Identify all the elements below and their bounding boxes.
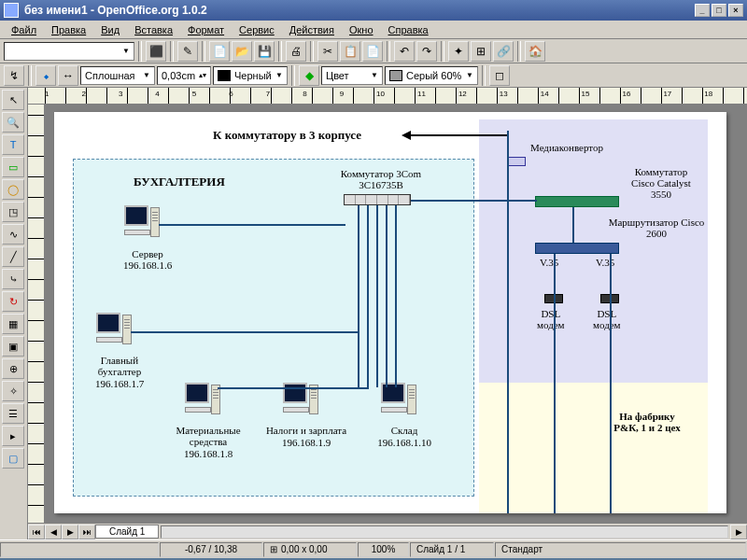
last-slide-icon[interactable]: ⏭ bbox=[78, 525, 95, 539]
slide-show-icon[interactable]: ▢ bbox=[2, 448, 24, 469]
area-icon[interactable]: ◆ bbox=[299, 65, 319, 86]
horizontal-scrollbar[interactable] bbox=[161, 525, 728, 539]
menu-format[interactable]: Формат bbox=[180, 22, 232, 37]
ellipse-tool-icon[interactable]: ◯ bbox=[2, 179, 24, 200]
status-empty bbox=[0, 542, 159, 557]
arrange-tool-icon[interactable]: ▣ bbox=[2, 336, 24, 357]
window-title: без имени1 - OpenOffice.org 1.0.2 bbox=[24, 4, 207, 17]
status-slide: Слайд 1 / 1 bbox=[410, 542, 494, 557]
scroll-right-icon[interactable]: ▶ bbox=[730, 525, 747, 539]
horizontal-ruler[interactable]: 123456789101112131415161718 bbox=[28, 88, 747, 105]
pc-server-name: Сервер bbox=[115, 248, 180, 259]
redo-icon[interactable]: ↷ bbox=[416, 41, 437, 62]
undo-icon[interactable]: ↶ bbox=[394, 41, 415, 62]
menu-window[interactable]: Окно bbox=[342, 22, 381, 37]
cisco-2600-device bbox=[535, 243, 619, 254]
navigator-icon[interactable]: ✦ bbox=[448, 41, 469, 62]
text-tool-icon[interactable]: T bbox=[2, 134, 24, 155]
close-button[interactable]: × bbox=[728, 4, 743, 17]
interaction-icon[interactable]: ☰ bbox=[2, 403, 24, 424]
stop-icon[interactable]: ⬛ bbox=[146, 41, 166, 62]
maximize-button[interactable]: □ bbox=[712, 4, 726, 17]
app-icon bbox=[4, 3, 19, 18]
rect-tool-icon[interactable]: ▭ bbox=[2, 157, 24, 177]
menu-actions[interactable]: Действия bbox=[282, 22, 342, 37]
pc-chief-name: Главный бухгалтер bbox=[82, 355, 157, 377]
top-arrow-label: К коммутатору в 3 корпусе bbox=[213, 129, 361, 142]
cisco-router-label: Маршрутизатор Cisco 2600 bbox=[596, 217, 717, 239]
status-coords: -0,67 / 10,38 bbox=[160, 542, 262, 557]
cut-icon[interactable]: ✂ bbox=[317, 41, 338, 62]
gallery-icon[interactable]: 🏠 bbox=[525, 41, 545, 62]
arrow-icon bbox=[404, 134, 507, 136]
menu-help[interactable]: Справка bbox=[381, 22, 436, 37]
v35-1-label: V.35 bbox=[540, 257, 558, 268]
edit-points-icon[interactable]: ↯ bbox=[4, 65, 24, 86]
copy-icon[interactable]: 📋 bbox=[340, 41, 360, 62]
menu-insert[interactable]: Вставка bbox=[127, 22, 180, 37]
page-area[interactable]: К коммутатору в 3 корпусе Медиаконвертор… bbox=[45, 105, 747, 523]
dsl-1-label: DSL модем bbox=[537, 308, 565, 330]
new-icon[interactable]: 📄 bbox=[209, 41, 230, 62]
hyperlink-icon[interactable]: 🔗 bbox=[493, 41, 514, 62]
title-bar: без имени1 - OpenOffice.org 1.0.2 _ □ × bbox=[0, 0, 747, 21]
line-icon[interactable]: ⬥ bbox=[35, 65, 56, 86]
zoom-tool-icon[interactable]: 🔍 bbox=[2, 112, 24, 133]
menu-service[interactable]: Сервис bbox=[232, 22, 282, 37]
line-width-input[interactable]: 0,03cm▴▾ bbox=[157, 66, 211, 85]
effects-tool-icon[interactable]: ✧ bbox=[2, 381, 24, 401]
stylist-icon[interactable]: ⊞ bbox=[471, 41, 491, 62]
slide-tab[interactable]: Слайд 1 bbox=[95, 525, 159, 539]
open-icon[interactable]: 📂 bbox=[232, 41, 252, 62]
fill-type-select[interactable]: Цвет▼ bbox=[321, 66, 383, 85]
pc-chief-accountant bbox=[96, 313, 132, 352]
arrow-style-icon[interactable]: ↔ bbox=[58, 65, 78, 86]
status-size: ⊞ 0,00 x 0,00 bbox=[263, 542, 357, 557]
minimize-button[interactable]: _ bbox=[695, 4, 710, 17]
cisco-3550-device bbox=[535, 196, 619, 207]
accounting-title: БУХГАЛТЕРИЯ bbox=[134, 175, 225, 189]
animation-icon[interactable]: ▸ bbox=[2, 426, 24, 446]
shadow-icon[interactable]: ◻ bbox=[489, 65, 510, 86]
line-style-select[interactable]: Сплошная▼ bbox=[80, 66, 155, 85]
fill-color-select[interactable]: Серый 60%▼ bbox=[385, 66, 478, 85]
standard-toolbar: ▼ ⬛ ✎ 📄 📂 💾 🖨 ✂ 📋 📄 ↶ ↷ ✦ ⊞ 🔗 🏠 bbox=[0, 39, 747, 63]
status-mode: Стандарт bbox=[495, 542, 746, 557]
pc-warehouse-name: Склад bbox=[376, 425, 432, 436]
print-icon[interactable]: 🖨 bbox=[286, 41, 306, 62]
status-zoom[interactable]: 100% bbox=[358, 542, 409, 557]
cisco-switch-label: Коммутатор Cisco Catalyst 3550 bbox=[624, 166, 698, 200]
menu-file[interactable]: Файл bbox=[4, 22, 44, 37]
canvas: 123456789101112131415161718 К коммутатор… bbox=[28, 88, 747, 539]
pc-materials bbox=[185, 383, 220, 422]
pc-chief-ip: 196.168.1.7 bbox=[82, 378, 157, 389]
connector-tool-icon[interactable]: ⤷ bbox=[2, 269, 24, 289]
next-slide-icon[interactable]: ▶ bbox=[62, 525, 78, 539]
select-tool-icon[interactable]: ↖ bbox=[2, 90, 24, 110]
line-tool-icon[interactable]: ╱ bbox=[2, 246, 24, 267]
url-combo[interactable]: ▼ bbox=[4, 42, 134, 61]
first-slide-icon[interactable]: ⏮ bbox=[28, 525, 45, 539]
insert-tool-icon[interactable]: ⊕ bbox=[2, 358, 24, 379]
prev-slide-icon[interactable]: ◀ bbox=[45, 525, 62, 539]
curve-tool-icon[interactable]: ∿ bbox=[2, 224, 24, 245]
rotate-tool-icon[interactable]: ↻ bbox=[2, 291, 24, 312]
edit-icon[interactable]: ✎ bbox=[177, 41, 198, 62]
factory-label: На фабрику Р&К, 1 и 2 цех bbox=[605, 411, 689, 433]
dsl-2-label: DSL модем bbox=[593, 308, 621, 330]
save-icon[interactable]: 💾 bbox=[254, 41, 275, 62]
menu-edit[interactable]: Правка bbox=[44, 22, 93, 37]
pc-server-ip: 196.168.1.6 bbox=[110, 259, 185, 271]
slide-nav-bar: ⏮ ◀ ▶ ⏭ Слайд 1 ▶ bbox=[28, 523, 747, 539]
paste-icon[interactable]: 📄 bbox=[362, 41, 383, 62]
align-tool-icon[interactable]: ▦ bbox=[2, 314, 24, 334]
mediaconv-label: Медиаконвертор bbox=[530, 142, 603, 153]
line-color-select[interactable]: Черный▼ bbox=[213, 66, 288, 85]
3d-tool-icon[interactable]: ◳ bbox=[2, 202, 24, 222]
pc-taxes-name: Налоги и зарплата bbox=[255, 425, 358, 436]
switch-label: Коммутатор 3Com 3C16735B bbox=[334, 168, 428, 190]
switch-3com-device bbox=[344, 194, 411, 205]
menu-view[interactable]: Вид bbox=[93, 22, 127, 37]
pc-materials-name: Материальные средства bbox=[162, 425, 255, 447]
vertical-ruler[interactable] bbox=[28, 105, 45, 523]
